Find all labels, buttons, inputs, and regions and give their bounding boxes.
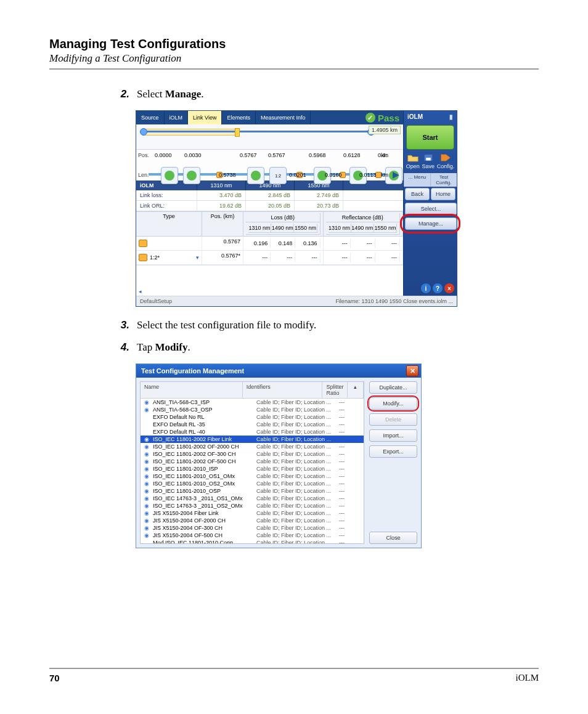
globe-icon: ◉ <box>143 525 150 531</box>
globe-icon: ◉ <box>143 399 150 405</box>
status-setup: DefaultSetup <box>140 298 172 304</box>
config-list[interactable]: Name Identifiers Splitter Ratio ▴ ◉ANSI_… <box>140 381 364 544</box>
globe-icon: ◉ <box>143 495 150 501</box>
close-icon[interactable]: ✕ <box>406 365 419 376</box>
list-item[interactable]: ◉ISO_IEC 11801-2002 OF-300 CHCable ID; F… <box>141 450 364 458</box>
page-number: 70 <box>49 673 60 683</box>
step-text: Select the test configuration file to mo… <box>137 319 316 331</box>
splice-icon <box>139 240 147 247</box>
list-item[interactable]: EXFO Default No RLCable ID; Fiber ID; Lo… <box>141 413 364 421</box>
page-title: Managing Test Configurations <box>49 37 539 51</box>
product-name: iOLM <box>516 673 539 683</box>
close-button[interactable]: Close <box>369 532 417 544</box>
tab-iolm[interactable]: iOLM <box>165 111 189 124</box>
import-button[interactable]: Import... <box>369 429 417 442</box>
start-button[interactable]: Start <box>406 125 454 150</box>
list-item[interactable]: ◉JIS X5150-2004 Fiber LinkCable ID; Fibe… <box>141 509 364 517</box>
list-item[interactable]: ◉ISO_IEC 11801-2010_ISPCable ID; Fiber I… <box>141 465 364 473</box>
back-button[interactable]: Back <box>405 188 430 200</box>
list-item[interactable]: ◉ISO_IEC 11801-2002 Fiber LinkCable ID; … <box>141 436 364 443</box>
step-text-post: . <box>201 88 203 100</box>
chevron-left-icon[interactable]: ◂ <box>139 288 142 294</box>
config-button[interactable]: Config. <box>437 153 455 169</box>
help-icon[interactable]: ? <box>433 283 443 293</box>
step-text-post: . <box>187 341 190 353</box>
globe-icon <box>143 429 150 435</box>
list-item[interactable]: ◉ISO_IEC 14763-3 _2011_OS2_OMxCable ID; … <box>141 502 364 509</box>
breadcrumb[interactable]: Test Config. <box>430 173 457 187</box>
list-item[interactable]: ◉ANSI_TIA-568-C3_OSPCable ID; Fiber ID; … <box>141 406 364 413</box>
delete-button[interactable]: Delete <box>369 413 417 426</box>
globe-icon: ◉ <box>143 458 150 465</box>
step-text: Tap <box>137 341 155 353</box>
manage-button[interactable]: Manage... <box>405 217 457 230</box>
col-identifiers[interactable]: Identifiers <box>243 382 323 398</box>
close-icon[interactable]: × <box>444 283 454 293</box>
splitter-icon <box>139 254 147 261</box>
breadcrumb[interactable]: ... Menu <box>404 173 430 187</box>
sidebar: iOLM ▮ Start Open Save <box>403 111 457 296</box>
select-button[interactable]: Select... <box>405 203 457 215</box>
globe-icon: ◉ <box>143 481 150 487</box>
step-strong: Manage <box>165 88 202 100</box>
table-row[interactable]: 0.5767 0.196 0.148 0.136 --- --- --- <box>136 237 403 251</box>
list-item[interactable]: EXFO Default RL -40Cable ID; Fiber ID; L… <box>141 428 364 436</box>
list-item[interactable]: ◉JIS X5150-2004 OF-2000 CHCable ID; Fibe… <box>141 517 364 524</box>
globe-icon: ◉ <box>143 532 150 538</box>
globe-icon <box>143 540 150 544</box>
col-name[interactable]: Name <box>141 382 243 398</box>
list-item[interactable]: ◉ANSI_TIA-568-C3_ISPCable ID; Fiber ID; … <box>141 399 364 406</box>
tab-elements[interactable]: Elements <box>222 111 256 124</box>
status-filename: Filename: 1310 1490 1550 Close events.io… <box>335 298 453 304</box>
save-button[interactable]: Save <box>422 153 435 169</box>
globe-icon: ◉ <box>143 473 150 479</box>
duplicate-button[interactable]: Duplicate... <box>369 381 417 394</box>
modify-button[interactable]: Modify... <box>369 397 417 410</box>
globe-icon <box>143 421 150 428</box>
table-row[interactable]: 1:2*▾ 0.5767* --- --- --- --- --- --- <box>136 251 403 265</box>
step-number: 2. <box>111 88 137 100</box>
page-subtitle: Modifying a Test Configuration <box>49 52 539 65</box>
list-item[interactable]: ◉JIS X5150-2004 OF-500 CHCable ID; Fiber… <box>141 532 364 539</box>
list-item[interactable]: ◉ISO_IEC 14763-3 _2011_OS1_OMxCable ID; … <box>141 495 364 502</box>
home-button[interactable]: Home <box>431 188 455 200</box>
sort-up-icon[interactable]: ▴ <box>348 382 364 398</box>
col-splitter-ratio[interactable]: Splitter Ratio <box>322 382 348 398</box>
pass-status: ✓ Pass <box>365 111 403 124</box>
screenshot-test-config-mgmt: Test Configuration Management ✕ Name Ide… <box>136 363 422 548</box>
chevron-down-icon[interactable]: ▾ <box>196 254 199 261</box>
check-icon: ✓ <box>365 113 375 123</box>
info-icon[interactable]: i <box>421 283 431 293</box>
list-item[interactable]: ◉ISO_IEC 11801-2002 OF-2000 CHCable ID; … <box>141 443 364 450</box>
header-rule <box>49 68 539 70</box>
link-overview[interactable]: 1.4905 km <box>136 124 403 150</box>
fiber-diagram[interactable]: Pos. 0.0000 0.0030 0.5767 0.5767 0.5968 … <box>136 150 403 181</box>
step-number: 4. <box>111 341 137 354</box>
globe-icon: ◉ <box>143 444 150 450</box>
list-item[interactable]: Mod ISO_IEC 11801-2010 Conn ...Cable ID;… <box>141 539 364 544</box>
step-strong: Modify <box>155 341 188 353</box>
tab-measurement-info[interactable]: Measurement Info <box>256 111 311 124</box>
globe-icon: ◉ <box>143 451 150 457</box>
list-item[interactable]: EXFO Default RL -35Cable ID; Fiber ID; L… <box>141 421 364 428</box>
step-number: 3. <box>111 319 137 331</box>
open-button[interactable]: Open <box>406 153 420 169</box>
globe-icon: ◉ <box>143 466 150 472</box>
screenshot-iolm: Source iOLM Link View Elements Measureme… <box>136 110 457 307</box>
tab-source[interactable]: Source <box>136 111 165 124</box>
tab-link-view[interactable]: Link View <box>188 111 222 124</box>
globe-icon: ◉ <box>143 517 150 524</box>
globe-icon: ◉ <box>143 488 150 494</box>
step-text: Select <box>137 88 165 100</box>
scroll-right-icon[interactable]: ▶ <box>393 169 399 179</box>
list-item[interactable]: ◉ISO_IEC 11801-2010_OSPCable ID; Fiber I… <box>141 487 364 495</box>
globe-icon: ◉ <box>143 510 150 516</box>
list-item[interactable]: ◉JIS X5150-2004 OF-300 CHCable ID; Fiber… <box>141 524 364 532</box>
list-item[interactable]: ◉ISO_IEC 11801-2010_OS1_OMxCable ID; Fib… <box>141 473 364 480</box>
svg-rect-1 <box>426 158 431 161</box>
battery-icon: ▮ <box>449 113 453 120</box>
export-button[interactable]: Export... <box>369 445 417 458</box>
list-item[interactable]: ◉ISO_IEC 11801-2010_OS2_OMxCable ID; Fib… <box>141 480 364 487</box>
list-item[interactable]: ◉ISO_IEC 11801-2002 OF-500 CHCable ID; F… <box>141 458 364 465</box>
globe-icon <box>143 414 150 420</box>
